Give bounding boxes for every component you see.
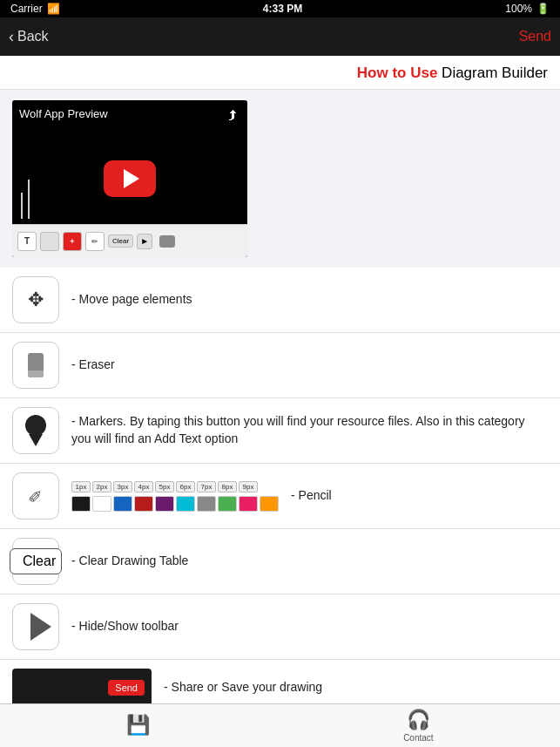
color-swatch-row <box>71 496 279 512</box>
clear-description: - Clear Drawing Table <box>71 553 548 570</box>
move-icon-box: ✥ <box>12 276 59 323</box>
tree-2 <box>28 180 30 219</box>
color-green[interactable] <box>218 496 237 512</box>
vt-label: Clear <box>108 234 133 248</box>
chevron-left-icon: ‹ <box>9 28 14 46</box>
eraser-icon <box>28 353 44 377</box>
move-arrows-icon: ✥ <box>28 289 44 311</box>
tab-contact-label: Contact <box>403 733 433 743</box>
pencil-sizes: 1px 2px 3px 4px 5px 6px 7px 8px 9px <box>71 481 279 512</box>
color-red[interactable] <box>134 496 153 512</box>
send-button-small: Send <box>108 680 145 696</box>
how-to-text: How to Use <box>357 65 438 81</box>
page-title: How to Use Diagram Builder <box>0 56 560 90</box>
pencil-icon-box: ✏ <box>12 472 59 520</box>
send-button[interactable]: Send <box>519 29 551 44</box>
tab-floppy[interactable]: 💾 <box>126 714 150 738</box>
color-gray[interactable] <box>197 496 216 512</box>
px-5[interactable]: 5px <box>155 481 174 492</box>
color-cyan[interactable] <box>176 496 195 512</box>
color-blue[interactable] <box>113 496 132 512</box>
px-2[interactable]: 2px <box>92 481 111 492</box>
play-icon[interactable] <box>104 160 156 197</box>
clear-button[interactable]: Clear <box>10 548 62 574</box>
video-title: Wolf App Preview <box>19 107 108 120</box>
clear-label: Clear <box>23 553 56 568</box>
color-purple[interactable] <box>155 496 174 512</box>
headphones-icon: 🎧 <box>407 709 430 731</box>
video-toolbar: T + ✏ Clear ► <box>12 224 247 257</box>
time-label: 4:33 PM <box>263 3 302 15</box>
send-label: Send <box>519 29 551 44</box>
color-white[interactable] <box>92 496 111 512</box>
back-label: Back <box>17 29 49 44</box>
px-6[interactable]: 6px <box>176 481 195 492</box>
floppy-disk-icon: 💾 <box>126 714 150 737</box>
pencil-description: - Pencil <box>291 487 548 505</box>
tree-1 <box>21 193 23 219</box>
feature-pencil: ✏ 1px 2px 3px 4px 5px 6px 7px 8px 9px <box>0 464 560 529</box>
feature-markers: - Markers. By taping this button you wil… <box>0 398 560 464</box>
hideshow-description: - Hide/Show toolbar <box>71 618 548 635</box>
vt-shape1 <box>40 232 59 251</box>
px-1[interactable]: 1px <box>71 481 91 492</box>
tab-bar: 💾 🎧 Contact <box>0 703 560 747</box>
color-black[interactable] <box>71 496 91 512</box>
px-8[interactable]: 8px <box>218 481 237 492</box>
carrier-label: Carrier <box>10 3 43 15</box>
px-4[interactable]: 4px <box>134 481 153 492</box>
pencil-icon: ✏ <box>24 484 49 509</box>
battery-label: 100% <box>505 3 532 15</box>
status-bar: Carrier 📶 4:33 PM 100% 🔋 <box>0 0 560 17</box>
wifi-icon: 📶 <box>47 3 60 15</box>
battery-icon: 🔋 <box>536 3 550 15</box>
status-bar-right: 100% 🔋 <box>505 3 550 15</box>
vt-add: + <box>63 232 82 251</box>
marker-pin-icon <box>25 415 46 446</box>
youtube-play-button[interactable] <box>104 160 156 197</box>
status-bar-left: Carrier 📶 <box>10 3 60 15</box>
feature-list: ✥ - Move page elements - Eraser - Marker… <box>0 268 560 747</box>
move-description: - Move page elements <box>71 291 548 309</box>
px-9[interactable]: 9px <box>239 481 258 492</box>
video-thumbnail[interactable]: Wolf App Preview ⮭ T + ✏ Clear ► <box>12 100 247 257</box>
share-save-description: - Share or Save your drawing <box>164 679 548 696</box>
px-3[interactable]: 3px <box>113 481 132 492</box>
tree-decoration <box>21 180 30 219</box>
back-button[interactable]: ‹ Back <box>9 28 49 46</box>
vt-text: T <box>17 232 37 251</box>
right-arrow-icon <box>30 613 51 641</box>
video-section: Wolf App Preview ⮭ T + ✏ Clear ► <box>0 90 560 268</box>
feature-clear: Clear - Clear Drawing Table <box>0 529 560 594</box>
hideshow-icon-box <box>12 603 59 650</box>
eraser-icon-box <box>12 342 59 389</box>
marker-icon-box <box>12 407 59 454</box>
px-size-row: 1px 2px 3px 4px 5px 6px 7px 8px 9px <box>71 481 279 492</box>
clear-icon-box: Clear <box>12 538 59 585</box>
feature-hide-show: - Hide/Show toolbar <box>0 594 560 660</box>
nav-bar: ‹ Back Send <box>0 17 560 56</box>
vt-pen: ✏ <box>85 232 105 251</box>
vt-arrow: ► <box>137 234 152 249</box>
eraser-description: - Eraser <box>71 357 548 374</box>
tab-contact[interactable]: 🎧 Contact <box>403 709 433 743</box>
color-pink[interactable] <box>239 496 258 512</box>
video-share-icon[interactable]: ⮭ <box>226 107 240 123</box>
vt-battery <box>159 235 175 248</box>
feature-eraser: - Eraser <box>0 333 560 398</box>
pencil-row-inner: ✏ 1px 2px 3px 4px 5px 6px 7px 8px 9px <box>12 472 548 520</box>
color-orange[interactable] <box>260 496 279 512</box>
px-7[interactable]: 7px <box>197 481 216 492</box>
diagram-builder-text: Diagram Builder <box>437 65 548 81</box>
feature-move: ✥ - Move page elements <box>0 268 560 333</box>
share-save-thumbnail: Send <box>12 669 152 707</box>
markers-description: - Markers. By taping this button you wil… <box>71 413 548 447</box>
